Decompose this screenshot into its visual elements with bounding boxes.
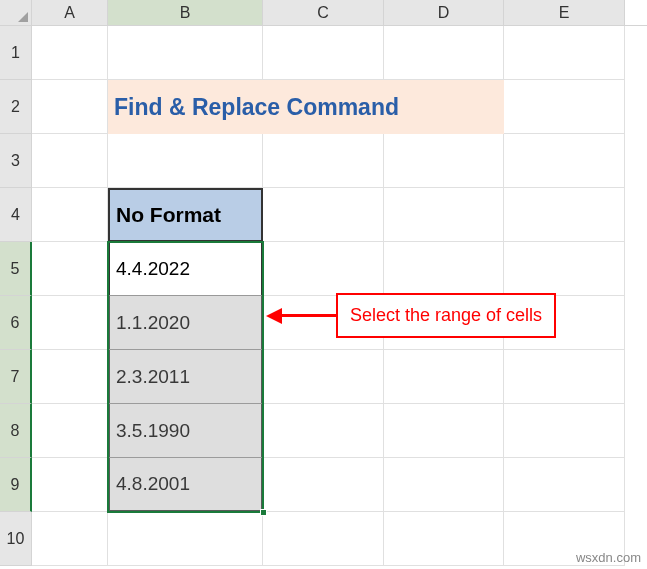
select-all-corner[interactable] [0,0,32,25]
row-header-2[interactable]: 2 [0,80,32,134]
cell-E2[interactable] [504,80,625,134]
row-9: 9 4.8.2001 [0,458,647,512]
cell-C7[interactable] [263,350,384,404]
cell-E4[interactable] [504,188,625,242]
row-header-6[interactable]: 6 [0,296,32,350]
row-10: 10 [0,512,647,566]
cell-A2[interactable] [32,80,108,134]
row-header-8[interactable]: 8 [0,404,32,458]
cell-D1[interactable] [384,26,504,80]
row-header-7[interactable]: 7 [0,350,32,404]
table-header-cell[interactable]: No Format [108,188,263,242]
cell-A5[interactable] [32,242,108,296]
watermark: wsxdn.com [576,550,641,565]
cell-D5[interactable] [384,242,504,296]
cell-C9[interactable] [263,458,384,512]
row-8: 8 3.5.1990 [0,404,647,458]
cell-E7[interactable] [504,350,625,404]
cell-B3[interactable] [108,134,263,188]
cell-E8[interactable] [504,404,625,458]
cell-A10[interactable] [32,512,108,566]
row-header-1[interactable]: 1 [0,26,32,80]
cell-D8[interactable] [384,404,504,458]
row-header-5[interactable]: 5 [0,242,32,296]
fill-handle[interactable] [260,509,267,516]
cell-A3[interactable] [32,134,108,188]
cell-D9[interactable] [384,458,504,512]
cell-C4[interactable] [263,188,384,242]
row-7: 7 2.3.2011 [0,350,647,404]
row-5: 5 4.4.2022 [0,242,647,296]
cell-E3[interactable] [504,134,625,188]
cell-E9[interactable] [504,458,625,512]
cell-C5[interactable] [263,242,384,296]
col-header-D[interactable]: D [384,0,504,25]
cell-B1[interactable] [108,26,263,80]
col-header-E[interactable]: E [504,0,625,25]
col-header-C[interactable]: C [263,0,384,25]
cell-A8[interactable] [32,404,108,458]
cell-A1[interactable] [32,26,108,80]
title-cell[interactable]: Find & Replace Command [108,80,504,134]
cell-C10[interactable] [263,512,384,566]
data-cell-B6[interactable]: 1.1.2020 [108,296,263,350]
row-header-3[interactable]: 3 [0,134,32,188]
row-header-4[interactable]: 4 [0,188,32,242]
row-1: 1 [0,26,647,80]
cell-D7[interactable] [384,350,504,404]
row-3: 3 [0,134,647,188]
data-cell-B7[interactable]: 2.3.2011 [108,350,263,404]
col-header-A[interactable]: A [32,0,108,25]
cell-D3[interactable] [384,134,504,188]
col-header-B[interactable]: B [108,0,263,25]
cell-B10[interactable] [108,512,263,566]
row-header-10[interactable]: 10 [0,512,32,566]
cell-E5[interactable] [504,242,625,296]
annotation-callout: Select the range of cells [336,293,556,338]
cell-E1[interactable] [504,26,625,80]
column-headers: A B C D E [0,0,647,26]
cell-A4[interactable] [32,188,108,242]
data-cell-B8[interactable]: 3.5.1990 [108,404,263,458]
row-2: 2 Find & Replace Command [0,80,647,134]
spreadsheet-grid: A B C D E 1 2 Find & Replace Command 3 4… [0,0,647,569]
cell-D4[interactable] [384,188,504,242]
cell-C8[interactable] [263,404,384,458]
cell-D10[interactable] [384,512,504,566]
cell-C1[interactable] [263,26,384,80]
cell-A6[interactable] [32,296,108,350]
cell-A7[interactable] [32,350,108,404]
data-cell-B5[interactable]: 4.4.2022 [108,242,263,296]
data-cell-B9[interactable]: 4.8.2001 [108,458,263,512]
cell-A9[interactable] [32,458,108,512]
row-header-9[interactable]: 9 [0,458,32,512]
row-4: 4 No Format [0,188,647,242]
cell-C3[interactable] [263,134,384,188]
